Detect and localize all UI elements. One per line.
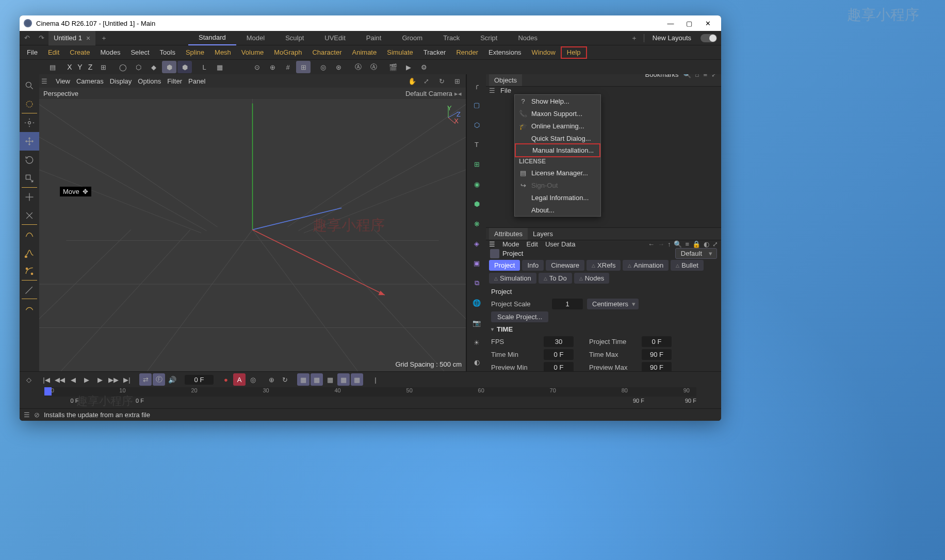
help-online-learning[interactable]: 🎓Online Learning... xyxy=(515,120,600,132)
spline-arc-tool-icon[interactable] xyxy=(20,262,39,281)
undo-button[interactable]: ↶ xyxy=(21,32,33,44)
chip-animation[interactable]: △Animation xyxy=(623,260,669,271)
toolbar-render-icon[interactable]: 🎬 xyxy=(386,61,400,73)
axis-y-label[interactable]: Y xyxy=(75,63,85,71)
bookmarks-home-icon[interactable]: ⌂ xyxy=(695,74,699,78)
attributes-tab[interactable]: Attributes xyxy=(489,228,528,240)
attr-filter-icon[interactable]: ≡ xyxy=(685,240,689,248)
viewport-menu-icon[interactable]: ☰ xyxy=(41,77,47,85)
menu-help[interactable]: Help xyxy=(561,46,587,59)
close-button[interactable]: ✕ xyxy=(698,15,717,31)
project-time-input[interactable] xyxy=(642,336,672,347)
toolbar-circle1-icon[interactable]: ◎ xyxy=(316,61,330,73)
fps-mode-icon[interactable]: Ⓕ xyxy=(153,373,165,386)
timeline-range[interactable]: 0 F 0 F 90 F 90 F xyxy=(44,398,696,407)
toolbar-coord-icon[interactable]: ⊞ xyxy=(96,61,110,73)
menu-spline[interactable]: Spline xyxy=(181,46,209,59)
next-frame-icon[interactable]: ▶ xyxy=(94,373,106,386)
rot-key-icon[interactable]: ↻ xyxy=(279,373,291,386)
help-show-help[interactable]: ?Show Help... xyxy=(515,95,600,107)
loop-icon[interactable]: ⇄ xyxy=(139,373,152,386)
viewport-3d[interactable]: Y Z X Grid Spacing : 500 cm Move ✥ 趣享小程序 xyxy=(39,99,466,371)
chip-simulation[interactable]: △Simulation xyxy=(489,273,536,284)
toolbar-l-icon[interactable]: L xyxy=(197,61,211,73)
mode-tab-track[interactable]: Track xyxy=(433,31,470,45)
keyframe-icon[interactable]: ◇ xyxy=(23,373,35,386)
search-tool-icon[interactable] xyxy=(20,76,39,95)
preview-max-input[interactable] xyxy=(642,362,672,371)
add-layout-button[interactable]: ＋ xyxy=(628,32,641,44)
toolbar-render2-icon[interactable]: ▶ xyxy=(401,61,416,73)
viewport-menu-cameras[interactable]: Cameras xyxy=(76,77,104,85)
mode5-icon[interactable]: ▦ xyxy=(351,373,363,386)
attr-up-icon[interactable]: ↑ xyxy=(667,240,671,248)
mode3-icon[interactable]: ▦ xyxy=(324,373,336,386)
chip-xrefs[interactable]: △XRefs xyxy=(586,260,621,271)
toolbar-cube-active-icon[interactable]: ⬢ xyxy=(162,61,176,73)
menu-modes[interactable]: Modes xyxy=(95,46,125,59)
menu-mograph[interactable]: MoGraph xyxy=(269,46,307,59)
bookmarks-expand-icon[interactable]: ⤢ xyxy=(711,74,717,78)
mode-tab-groom[interactable]: Groom xyxy=(392,31,433,45)
current-frame-field[interactable]: 0 F xyxy=(185,375,214,385)
maximize-button[interactable]: ▢ xyxy=(680,15,698,31)
go-start-icon[interactable]: |◀ xyxy=(40,373,53,386)
toolbar-a1-icon[interactable]: Ⓐ xyxy=(351,61,365,73)
prev-frame-icon[interactable]: ◀ xyxy=(67,373,79,386)
menu-render[interactable]: Render xyxy=(451,46,483,59)
camera2-icon[interactable]: 📷 xyxy=(467,314,486,332)
live-select-tool-icon[interactable] xyxy=(20,95,39,113)
brush-tool-icon[interactable] xyxy=(20,281,39,299)
menu-character[interactable]: Character xyxy=(307,46,347,59)
document-tab[interactable]: Untitled 1 × xyxy=(48,31,95,45)
effector-icon[interactable]: ◉ xyxy=(467,175,486,193)
viewport-zoom-icon[interactable]: ⤢ xyxy=(423,77,433,85)
project-scale-input[interactable] xyxy=(552,299,583,309)
viewport-hand-icon[interactable]: ✋ xyxy=(408,77,417,85)
preview-min-input[interactable] xyxy=(544,362,574,371)
status-menu-icon[interactable]: ☰ xyxy=(24,411,30,419)
deformer-icon[interactable]: ◈ xyxy=(467,235,486,252)
mode-tab-standard[interactable]: Standard xyxy=(188,31,236,45)
keysel-icon[interactable]: ◎ xyxy=(247,373,259,386)
chip-cineware[interactable]: Cineware xyxy=(546,260,584,271)
chip-info[interactable]: Info xyxy=(522,260,544,271)
help-quick-start[interactable]: Quick Start Dialog... xyxy=(515,132,600,144)
layers-tab[interactable]: Layers xyxy=(528,228,558,240)
toolbar-circle2-icon[interactable]: ⊛ xyxy=(331,61,346,73)
menu-select[interactable]: Select xyxy=(125,46,154,59)
cloner-icon[interactable]: ⊞ xyxy=(467,156,486,173)
viewport-menu-view[interactable]: View xyxy=(56,77,70,85)
spline-arc-icon[interactable]: ╭ xyxy=(467,76,486,94)
attr-new-icon[interactable]: ◐ xyxy=(704,240,709,248)
mode-tab-paint[interactable]: Paint xyxy=(356,31,392,45)
menu-file[interactable]: File xyxy=(22,46,43,59)
mode4-icon[interactable]: ▦ xyxy=(337,373,350,386)
bookmarks-filter-icon[interactable]: ≡ xyxy=(703,74,707,78)
toolbar-grid2-icon[interactable]: ⊞ xyxy=(296,61,311,73)
toolbar-grid1-icon[interactable]: # xyxy=(281,61,295,73)
marker-icon[interactable]: | xyxy=(369,373,382,386)
plane-primitive-icon[interactable]: ▢ xyxy=(467,96,486,113)
toolbar-asset-browser-icon[interactable]: ▤ xyxy=(45,61,60,73)
toolbar-cube-solid-icon[interactable]: ◆ xyxy=(146,61,161,73)
mode-tab-nodes[interactable]: Nodes xyxy=(508,31,548,45)
menu-window[interactable]: Window xyxy=(527,46,561,59)
chip-nodes[interactable]: △Nodes xyxy=(574,273,610,284)
spline-smooth-tool-icon[interactable] xyxy=(20,243,39,262)
scale-tool-icon[interactable] xyxy=(20,169,39,188)
attr-lock-icon[interactable]: 🔒 xyxy=(692,240,700,248)
sound-icon[interactable]: 🔊 xyxy=(166,373,178,386)
attr-menu-icon[interactable]: ☰ xyxy=(489,240,495,248)
timeline-ruler[interactable]: 0 10 20 30 40 50 60 70 80 90 xyxy=(44,387,696,397)
tag-icon[interactable]: ◐ xyxy=(467,354,486,371)
volume-icon[interactable]: ⬢ xyxy=(467,195,486,212)
recent-tool2-icon[interactable] xyxy=(20,206,39,225)
viewport-menu-display[interactable]: Display xyxy=(110,77,132,85)
spline-pen-tool-icon[interactable] xyxy=(20,225,39,243)
mode-tab-script[interactable]: Script xyxy=(470,31,508,45)
chip-todo[interactable]: △To Do xyxy=(539,273,572,284)
layout-toggle[interactable] xyxy=(700,34,717,42)
scale-project-button[interactable]: Scale Project... xyxy=(491,311,548,322)
camera-icon[interactable]: ▣ xyxy=(467,255,486,272)
